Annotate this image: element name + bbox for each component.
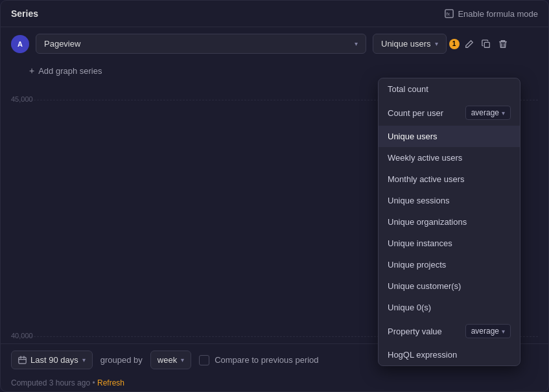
- dropdown-item-monthly-active-users[interactable]: Monthly active users: [379, 168, 520, 190]
- compare-label: Compare to previous period: [215, 355, 318, 365]
- series-row: A Pageview ▾ Unique users ▾ 1: [1, 27, 548, 60]
- date-range-chevron-icon: ▾: [82, 356, 86, 363]
- enable-formula-button[interactable]: fx Enable formula mode: [445, 9, 538, 19]
- trash-icon: [498, 40, 508, 49]
- dropdown-item-unique-sessions[interactable]: Unique sessions: [379, 190, 520, 211]
- sub-select-1[interactable]: average ▾: [465, 106, 511, 120]
- plus-icon: +: [29, 65, 34, 76]
- week-selector[interactable]: week ▾: [150, 351, 191, 369]
- copy-icon: [482, 40, 491, 49]
- refresh-button[interactable]: Refresh: [97, 378, 124, 387]
- computed-row: Computed 3 hours ago • Refresh: [1, 376, 548, 391]
- week-chevron-icon: ▾: [181, 356, 184, 363]
- dropdown-item-unique-projects[interactable]: Unique projects: [379, 254, 520, 275]
- dropdown-item-hogql-expression[interactable]: HogQL expression: [379, 344, 520, 365]
- dropdown-item-unique-customer(s)[interactable]: Unique customer(s): [379, 275, 520, 297]
- pageview-chevron-icon: ▾: [355, 40, 358, 47]
- svg-text:fx: fx: [447, 12, 450, 16]
- dropdown-item-total-count[interactable]: Total count: [379, 78, 520, 100]
- compare-row: Compare to previous period: [199, 355, 318, 365]
- series-header: Series fx Enable formula mode: [1, 1, 548, 27]
- series-avatar: A: [11, 35, 29, 53]
- app-container: Series fx Enable formula mode A Pageview…: [0, 0, 549, 392]
- calendar-icon: [18, 356, 27, 364]
- unique-users-button[interactable]: Unique users ▾: [373, 34, 447, 54]
- sub-select-11[interactable]: average ▾: [465, 324, 511, 338]
- compare-checkbox[interactable]: [199, 355, 209, 365]
- series-title: Series: [11, 8, 38, 19]
- date-range-selector[interactable]: Last 90 days ▾: [11, 351, 93, 369]
- svg-rect-3: [19, 357, 26, 363]
- svg-rect-2: [484, 42, 489, 47]
- dropdown-item-count-per-user[interactable]: Count per user average ▾: [379, 100, 520, 126]
- dropdown-item-unique-instances[interactable]: Unique instances: [379, 233, 520, 254]
- dropdown-item-unique-users[interactable]: Unique users: [379, 126, 520, 147]
- edit-button[interactable]: [462, 37, 476, 51]
- dropdown-item-unique-organizations[interactable]: Unique organizations: [379, 211, 520, 233]
- badge-count: 1: [449, 39, 460, 49]
- computed-separator: •: [92, 378, 95, 387]
- formula-icon: fx: [445, 9, 454, 18]
- dropdown-overlay: Total countCount per user average ▾ Uniq…: [378, 78, 520, 366]
- copy-button[interactable]: [479, 37, 493, 51]
- dropdown-item-weekly-active-users[interactable]: Weekly active users: [379, 147, 520, 168]
- grouped-by-label: grouped by: [100, 355, 143, 365]
- dropdown-item-property-value[interactable]: Property value average ▾: [379, 318, 520, 344]
- edit-icon: [465, 40, 474, 49]
- unique-users-chevron-icon: ▾: [435, 40, 438, 47]
- pageview-select[interactable]: Pageview ▾: [36, 34, 366, 54]
- computed-text: Computed 3 hours ago: [11, 378, 90, 387]
- dropdown-item-unique-0(s)[interactable]: Unique 0(s): [379, 297, 520, 318]
- series-controls: Unique users ▾ 1: [373, 34, 510, 54]
- delete-button[interactable]: [496, 37, 510, 51]
